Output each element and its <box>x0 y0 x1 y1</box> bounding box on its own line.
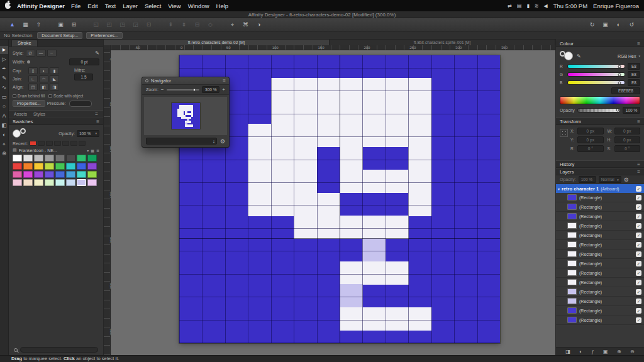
document-setup-button[interactable]: Document Setup... <box>37 32 82 39</box>
swatch[interactable] <box>34 155 43 162</box>
pixel-rect[interactable] <box>386 170 409 193</box>
preferences-button[interactable]: Preferences... <box>86 32 123 39</box>
pixel-rect[interactable] <box>362 124 386 147</box>
swatch[interactable] <box>87 179 97 186</box>
join-bevel-button[interactable]: ◣ <box>50 75 59 82</box>
add-layer-icon[interactable]: ⊕ <box>617 349 621 354</box>
fill-colour-well[interactable] <box>564 52 573 60</box>
pixel-rect[interactable] <box>248 124 271 147</box>
zoom-slider-thumb[interactable] <box>193 88 196 91</box>
fill-tool-icon[interactable]: ◧ <box>0 121 8 129</box>
colour-spectrum[interactable] <box>560 96 640 104</box>
designer-persona-icon[interactable]: ▲ <box>6 20 18 30</box>
layer-row[interactable]: (Rectangle)✓ <box>556 278 644 287</box>
duplicate-icon[interactable]: ▣ <box>599 20 611 30</box>
pixel-rect[interactable] <box>294 193 317 216</box>
search-input[interactable] <box>20 347 98 353</box>
swatch[interactable] <box>66 171 75 178</box>
recent-swatch-empty[interactable] <box>70 141 77 146</box>
swatch[interactable] <box>45 179 54 186</box>
layer-row[interactable]: (Rectangle)✓ <box>556 202 644 212</box>
blend-mode-dropdown[interactable]: Normal ▾ <box>599 176 621 183</box>
transparency-tool-icon[interactable]: ◐ <box>0 131 8 139</box>
pixel-rect[interactable] <box>386 216 409 239</box>
pencil-tool-icon[interactable]: ✎ <box>0 74 8 82</box>
swatch[interactable] <box>55 155 65 162</box>
document-tab-2[interactable]: ft-8bit-characters-sprite-001 [M] <box>330 40 555 45</box>
colour-slider[interactable] <box>567 64 625 69</box>
pixel-rect[interactable] <box>386 78 409 101</box>
text-tool-icon[interactable]: A <box>0 112 8 120</box>
draw-behind-fill-checkbox[interactable] <box>13 94 16 98</box>
swatch[interactable] <box>87 163 97 170</box>
recent-swatch-empty[interactable] <box>38 141 45 146</box>
mitre-field[interactable]: 1.5 <box>74 74 93 80</box>
tab-assets[interactable]: Assets <box>14 112 27 116</box>
colour-cycle-icon[interactable]: ◐ <box>613 20 625 30</box>
swatch[interactable] <box>77 163 86 170</box>
layers-opacity-dropdown[interactable]: 100 % <box>579 176 596 183</box>
assistant-icon[interactable]: ⌘ <box>240 20 252 30</box>
pixel-rect[interactable] <box>362 78 386 101</box>
panel-menu-icon[interactable]: ≡ <box>96 119 99 124</box>
field-value[interactable]: 0 ° <box>614 145 641 152</box>
swatch[interactable] <box>34 171 43 178</box>
zoom-in-icon[interactable]: + <box>222 87 225 92</box>
opacity-slider-thumb[interactable] <box>616 109 619 112</box>
recent-swatch-empty[interactable] <box>62 141 69 146</box>
pixel-rect[interactable] <box>294 170 317 193</box>
pixel-rect[interactable] <box>340 124 363 147</box>
panel-menu-icon[interactable]: ≡ <box>637 119 640 124</box>
menu-layer[interactable]: Layer <box>123 3 138 9</box>
pixel-rect[interactable] <box>317 101 340 124</box>
opacity-slider[interactable] <box>577 108 620 112</box>
display-status-icon[interactable]: ▤ <box>517 3 522 9</box>
stroke-style-dash-button[interactable]: ┄ <box>47 50 57 57</box>
ruler-top[interactable]: -50050100150200250300350 <box>111 45 555 50</box>
transform-anchor-icon[interactable] <box>560 129 568 137</box>
tab-styles[interactable]: Styles <box>33 112 45 116</box>
zoom-slider[interactable] <box>167 89 200 90</box>
pixel-rect[interactable] <box>362 307 386 331</box>
swatch[interactable] <box>23 155 33 162</box>
layer-row[interactable]: (Rectangle)✓ <box>556 306 644 315</box>
rotate-view-icon[interactable]: ↻ <box>586 20 598 30</box>
gear-icon[interactable]: ⚙ <box>220 138 225 145</box>
join-mitre-button[interactable]: ∟ <box>28 75 38 82</box>
layer-visibility-checkbox[interactable]: ✓ <box>636 195 641 200</box>
menu-edit[interactable]: Edit <box>87 3 97 9</box>
pixel-rect[interactable] <box>362 101 386 124</box>
swatch[interactable] <box>23 163 33 170</box>
colour-slider[interactable] <box>567 80 625 85</box>
pixel-rect[interactable] <box>271 170 294 193</box>
gear-icon[interactable]: ⚙ <box>624 177 629 183</box>
pixel-rect[interactable] <box>340 307 363 331</box>
panel-menu-icon[interactable]: ≡ <box>637 41 640 47</box>
cap-butt-button[interactable]: ▯ <box>28 67 38 74</box>
swatch[interactable] <box>66 155 75 162</box>
swatch[interactable] <box>13 155 22 162</box>
pixel-rect[interactable] <box>317 193 340 216</box>
layer-row[interactable]: (Rectangle)✓ <box>556 221 644 231</box>
disclosure-triangle-icon[interactable]: ▾ <box>558 187 560 191</box>
align-outside-button[interactable]: ◨ <box>50 84 59 90</box>
rectangle-tool-icon[interactable]: ▭ <box>0 93 8 101</box>
layer-row[interactable]: (Rectangle)✓ <box>556 231 644 240</box>
pixel-persona-icon[interactable]: ▦ <box>19 20 31 30</box>
pixel-rect[interactable] <box>408 147 431 170</box>
document-tab-1[interactable]: ft-retro-characters-demo-02 [M] <box>104 40 330 45</box>
pixel-rect[interactable] <box>340 101 363 124</box>
layers-panel-header[interactable]: Layers ≡ <box>556 168 644 175</box>
swatch[interactable] <box>55 163 65 170</box>
canvas-viewport[interactable]: Navigator ≡ Zoom: − 300 % + <box>111 50 555 355</box>
layer-visibility-checkbox[interactable]: ✓ <box>636 251 641 257</box>
stroke-colour-well[interactable] <box>20 128 26 134</box>
layer-row[interactable]: (Rectangle)✓ <box>556 193 644 202</box>
pixel-rect[interactable] <box>294 147 317 170</box>
export-persona-icon[interactable]: ⇧ <box>33 20 45 30</box>
pixel-rect[interactable] <box>340 170 363 193</box>
navigator-preset-dropdown[interactable]: ▴▾ <box>146 138 217 145</box>
layer-row[interactable]: (Rectangle)✓ <box>556 287 644 297</box>
layer-row[interactable]: (Rectangle)✓ <box>556 315 644 325</box>
tab-stroke[interactable]: Stroke <box>11 40 38 47</box>
